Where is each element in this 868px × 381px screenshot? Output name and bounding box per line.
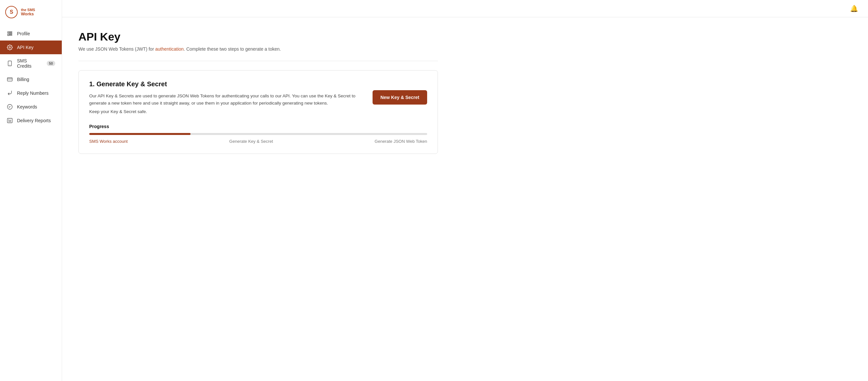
svg-rect-1 [9, 32, 12, 32]
progress-label: Progress [89, 124, 427, 129]
sidebar-label-reply-numbers: Reply Numbers [17, 91, 49, 96]
svg-rect-3 [9, 35, 12, 35]
sms-credits-badge: 50 [47, 61, 55, 66]
top-bar: 🔔 [62, 0, 868, 17]
card-header: 1. Generate Key & Secret Our API Key & S… [89, 81, 427, 114]
sidebar-label-delivery-reports: Delivery Reports [17, 118, 51, 123]
progress-step-3: Generate JSON Web Token [374, 139, 427, 144]
page-content: API Key We use JSON Web Tokens (JWT) for… [62, 17, 454, 167]
card-note: Keep your Key & Secret safe. [89, 109, 360, 114]
reply-icon [6, 90, 13, 96]
bell-icon[interactable]: 🔔 [850, 5, 858, 12]
subtitle-end: . Complete these two steps to generate a… [184, 46, 281, 52]
logo-circle: S [5, 6, 18, 18]
progress-step-2: Generate Key & Secret [229, 139, 273, 144]
svg-rect-2 [9, 33, 12, 34]
content-divider [79, 61, 438, 61]
logo-area: S the SMS Works [0, 0, 62, 24]
page-title: API Key [79, 30, 438, 43]
keywords-icon [6, 104, 13, 110]
progress-bar-fill [89, 133, 190, 135]
generate-key-card: 1. Generate Key & Secret Our API Key & S… [79, 70, 438, 154]
sidebar-label-keywords: Keywords [17, 104, 37, 109]
logo-line2: Works [21, 12, 35, 16]
progress-step-1: SMS Works account [89, 139, 128, 144]
svg-point-4 [9, 47, 11, 49]
page-subtitle: We use JSON Web Tokens (JWT) for authent… [79, 46, 438, 52]
logo-text: the SMS Works [21, 8, 35, 16]
sidebar-item-sms-credits[interactable]: SMS Credits 50 [0, 54, 62, 72]
progress-section: Progress SMS Works account Generate Key … [89, 124, 427, 144]
svg-rect-0 [7, 32, 9, 33]
profile-icon [6, 31, 13, 37]
new-key-secret-button[interactable]: New Key & Secret [373, 90, 427, 104]
progress-steps: SMS Works account Generate Key & Secret … [89, 139, 427, 144]
sidebar-label-billing: Billing [17, 77, 29, 82]
card-desc1: Our API Key & Secrets are used to genera… [89, 93, 360, 106]
subtitle-link[interactable]: authentication [155, 46, 184, 52]
sidebar-item-delivery-reports[interactable]: Delivery Reports [0, 114, 62, 127]
sidebar-item-keywords[interactable]: Keywords [0, 100, 62, 114]
sidebar-item-profile[interactable]: Profile [0, 27, 62, 40]
sidebar-label-api-key: API Key [17, 45, 34, 50]
nav-menu: Profile API Key SMS Credits 50 Billing [0, 24, 62, 130]
progress-bar-container [89, 133, 427, 135]
card-title: 1. Generate Key & Secret [89, 81, 360, 88]
sidebar-label-profile: Profile [17, 31, 30, 36]
sidebar-label-sms-credits: SMS Credits [17, 58, 41, 69]
sidebar-item-billing[interactable]: Billing [0, 72, 62, 86]
subtitle-text: We use JSON Web Tokens (JWT) for [79, 46, 155, 52]
billing-icon [6, 76, 13, 82]
sidebar-item-reply-numbers[interactable]: Reply Numbers [0, 86, 62, 100]
phone-icon [6, 60, 13, 66]
sidebar-item-api-key[interactable]: API Key [0, 40, 62, 54]
main-content: 🔔 API Key We use JSON Web Tokens (JWT) f… [62, 0, 868, 381]
reports-icon [6, 118, 13, 124]
sidebar: S the SMS Works Profile API Key SMS Cred… [0, 0, 62, 381]
gear-icon [6, 44, 13, 50]
svg-rect-7 [7, 78, 12, 82]
card-body-text: 1. Generate Key & Secret Our API Key & S… [89, 81, 360, 114]
